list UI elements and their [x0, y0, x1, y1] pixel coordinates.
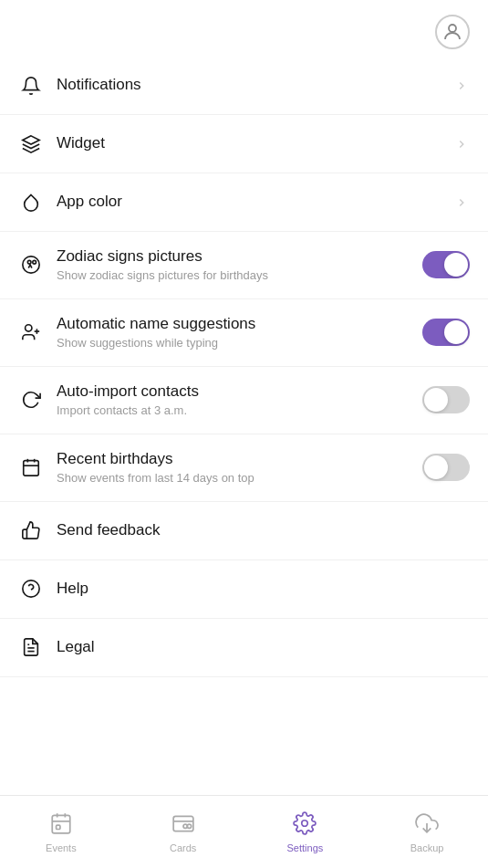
row-label-help: Help — [57, 579, 470, 599]
chevron-right-icon — [453, 194, 470, 211]
nav-label-events: Events — [46, 842, 77, 853]
bottom-nav: EventsCardsSettingsBackup — [0, 795, 488, 868]
person-add-icon — [18, 319, 44, 345]
nav-item-events[interactable]: Events — [0, 796, 122, 868]
nav-label-cards: Cards — [170, 842, 196, 853]
row-label-notifications: Notifications — [57, 75, 453, 95]
settings-row-auto-import[interactable]: Auto-import contactsImport contacts at 3… — [0, 367, 488, 434]
row-right-zodiac-signs — [422, 251, 470, 278]
file-text-icon — [18, 634, 44, 660]
row-sublabel-auto-name: Show suggestions while typing — [57, 336, 422, 351]
nav-settings-icon — [293, 811, 317, 839]
toggle-auto-name[interactable] — [422, 319, 470, 346]
toggle-knob — [424, 455, 448, 479]
row-right-app-color — [453, 194, 470, 211]
settings-row-widget[interactable]: Widget — [0, 115, 488, 173]
row-label-auto-import: Auto-import contacts — [57, 382, 422, 402]
settings-row-help[interactable]: Help — [0, 560, 488, 619]
thumbs-up-icon — [18, 518, 44, 543]
settings-row-app-color[interactable]: App color — [0, 173, 488, 232]
toggle-recent-birthdays[interactable] — [422, 454, 470, 481]
svg-point-20 — [187, 824, 191, 828]
toggle-knob — [424, 388, 448, 412]
refresh-icon — [18, 387, 44, 413]
nav-events-icon — [49, 811, 73, 839]
header — [0, 0, 488, 57]
profile-avatar[interactable] — [435, 15, 470, 49]
settings-row-recent-birthdays[interactable]: Recent birthdaysShow events from last 14… — [0, 434, 488, 502]
row-right-auto-name — [422, 319, 470, 346]
row-content-send-feedback: Send feedback — [57, 520, 470, 540]
row-content-help: Help — [57, 579, 470, 599]
row-content-notifications: Notifications — [57, 75, 453, 95]
svg-point-21 — [302, 820, 308, 826]
nav-backup-icon — [415, 811, 439, 839]
chevron-right-icon — [453, 78, 470, 94]
page-container: NotificationsWidgetApp colorZodiac signs… — [0, 0, 488, 868]
nav-item-backup[interactable]: Backup — [366, 796, 488, 868]
row-content-auto-import: Auto-import contactsImport contacts at 3… — [57, 382, 422, 419]
row-label-recent-birthdays: Recent birthdays — [57, 449, 422, 469]
nav-item-settings[interactable]: Settings — [244, 796, 367, 868]
nav-label-backup: Backup — [410, 842, 444, 853]
row-label-widget: Widget — [57, 133, 453, 153]
row-right-widget — [453, 136, 470, 152]
row-content-zodiac-signs: Zodiac signs picturesShow zodiac signs p… — [57, 246, 422, 284]
toggle-knob — [444, 253, 468, 277]
row-content-legal: Legal — [57, 637, 470, 657]
svg-marker-1 — [23, 135, 39, 143]
nav-cards-icon — [171, 811, 195, 839]
toggle-knob — [444, 320, 468, 344]
row-content-widget: Widget — [57, 133, 453, 153]
svg-point-2 — [26, 325, 32, 331]
settings-row-send-feedback[interactable]: Send feedback — [0, 502, 488, 560]
row-sublabel-auto-import: Import contacts at 3 a.m. — [57, 403, 422, 419]
droplet-icon — [18, 190, 44, 215]
row-label-legal: Legal — [57, 637, 470, 657]
row-label-zodiac-signs: Zodiac signs pictures — [57, 246, 422, 267]
zodiac-icon — [18, 252, 44, 277]
settings-row-legal[interactable]: Legal — [0, 619, 488, 677]
calendar-icon — [18, 455, 44, 480]
row-content-recent-birthdays: Recent birthdaysShow events from last 14… — [57, 449, 422, 486]
row-content-app-color: App color — [57, 192, 453, 212]
help-circle-icon — [18, 576, 44, 601]
chevron-right-icon — [453, 136, 470, 152]
bell-icon — [18, 73, 44, 99]
svg-rect-17 — [56, 825, 59, 829]
svg-point-0 — [449, 25, 456, 32]
settings-list: NotificationsWidgetApp colorZodiac signs… — [0, 57, 488, 795]
row-right-recent-birthdays — [422, 454, 470, 481]
layers-icon — [18, 131, 44, 157]
settings-row-zodiac-signs[interactable]: Zodiac signs picturesShow zodiac signs p… — [0, 232, 488, 299]
toggle-auto-import[interactable] — [422, 386, 470, 413]
row-sublabel-zodiac-signs: Show zodiac signs pictures for birthdays — [57, 268, 422, 284]
svg-rect-5 — [24, 461, 39, 476]
svg-point-9 — [23, 580, 39, 597]
row-label-auto-name: Automatic name suggestions — [57, 314, 422, 334]
nav-item-cards[interactable]: Cards — [122, 796, 244, 868]
person-icon — [441, 21, 463, 43]
row-sublabel-recent-birthdays: Show events from last 14 days on top — [57, 471, 422, 486]
settings-row-auto-name[interactable]: Automatic name suggestionsShow suggestio… — [0, 299, 488, 367]
row-right-notifications — [453, 78, 470, 94]
toggle-zodiac-signs[interactable] — [422, 251, 470, 278]
nav-label-settings: Settings — [287, 842, 324, 853]
svg-rect-13 — [52, 815, 70, 833]
settings-row-notifications[interactable]: Notifications — [0, 57, 488, 115]
row-label-app-color: App color — [57, 192, 453, 212]
row-label-send-feedback: Send feedback — [57, 520, 470, 540]
row-content-auto-name: Automatic name suggestionsShow suggestio… — [57, 314, 422, 351]
row-right-auto-import — [422, 386, 470, 413]
